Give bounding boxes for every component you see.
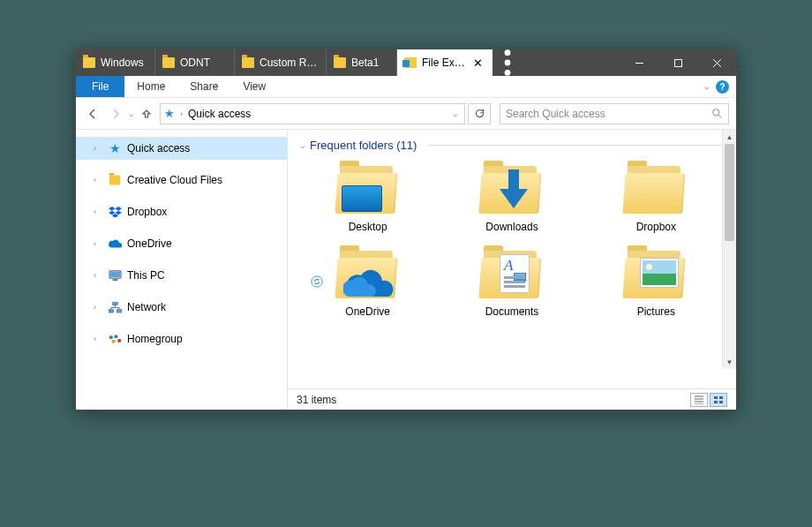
file-menu-button[interactable]: File (76, 76, 124, 97)
breadcrumb-location[interactable]: Quick access (188, 108, 251, 120)
section-header[interactable]: ⌵ Frequent folders (11) (288, 130, 736, 157)
main-body: › ★ Quick access › Creative Cloud Files … (76, 130, 736, 410)
svg-rect-13 (109, 309, 114, 312)
nav-history-dropdown[interactable]: ⌵ (129, 109, 133, 118)
ribbon-tab-view[interactable]: View (230, 76, 278, 97)
svg-rect-11 (112, 279, 117, 281)
svg-rect-12 (112, 302, 117, 305)
folder-icon (242, 57, 254, 68)
chevron-right-icon[interactable]: › (94, 207, 102, 216)
item-label: Dropbox (636, 221, 676, 233)
chevron-right-icon[interactable]: › (94, 303, 102, 312)
folder-item-pictures[interactable]: Pictures (589, 249, 724, 318)
address-dropdown-button[interactable]: ⌵ (449, 109, 461, 118)
chevron-right-icon[interactable]: › (94, 239, 102, 248)
item-label: Pictures (637, 305, 675, 318)
icons-view-button[interactable] (710, 393, 727, 407)
nav-forward-button[interactable] (106, 104, 125, 124)
maximize-button[interactable] (658, 49, 697, 76)
tab-close-button[interactable]: ✕ (471, 56, 485, 70)
svg-point-19 (312, 276, 322, 287)
folder-item-desktop[interactable]: Desktop (300, 164, 435, 233)
folder-item-dropbox[interactable]: Dropbox (589, 164, 724, 233)
status-bar: 31 items (288, 388, 736, 410)
folder-item-downloads[interactable]: Downloads (444, 164, 579, 233)
item-count: 31 items (297, 394, 336, 406)
tab-custom-rt[interactable]: Custom RT... (235, 49, 327, 76)
tab-odnt[interactable]: ODNT (155, 49, 235, 76)
sidebar-item-creative-cloud[interactable]: › Creative Cloud Files (76, 169, 287, 192)
homegroup-icon (108, 332, 122, 346)
pc-icon (108, 268, 122, 282)
sidebar-item-homegroup[interactable]: › Homegroup (76, 327, 287, 350)
search-box[interactable] (500, 103, 729, 124)
svg-point-16 (114, 335, 117, 338)
nav-up-button[interactable] (137, 104, 156, 124)
ribbon-expand-button[interactable]: ⌵ (704, 82, 709, 91)
svg-rect-14 (117, 309, 122, 312)
svg-point-18 (111, 340, 115, 343)
help-button[interactable]: ? (716, 80, 729, 94)
dropbox-icon (108, 205, 122, 219)
close-button[interactable] (697, 49, 736, 76)
details-view-button[interactable] (690, 393, 708, 407)
svg-rect-21 (719, 396, 723, 399)
sidebar-item-dropbox[interactable]: › Dropbox (76, 200, 287, 223)
desktop-overlay-icon (342, 185, 382, 212)
creative-cloud-icon (108, 173, 122, 187)
svg-rect-4 (674, 59, 681, 66)
quick-access-icon: ★ (164, 107, 175, 120)
sidebar-item-network[interactable]: › Network (76, 296, 287, 319)
nav-toolbar: ⌵ ★ › Quick access ⌵ (76, 98, 736, 130)
minimize-button[interactable] (620, 49, 658, 76)
sidebar-item-label: Homegroup (127, 333, 183, 345)
svg-point-17 (117, 339, 121, 343)
scroll-down-button[interactable]: ▼ (723, 355, 736, 369)
sidebar-item-this-pc[interactable]: › This PC (76, 264, 287, 287)
svg-line-8 (718, 115, 721, 117)
picture-overlay-icon (640, 258, 679, 288)
ribbon-tab-share[interactable]: Share (177, 76, 230, 97)
chevron-right-icon[interactable]: › (94, 176, 102, 184)
refresh-button[interactable] (468, 103, 491, 124)
sidebar-item-label: Dropbox (127, 206, 167, 218)
breadcrumb-chevron[interactable]: › (180, 109, 183, 118)
svg-point-15 (109, 335, 112, 339)
titlebar: Windows ODNT Custom RT... Beta1 File Exp… (76, 49, 736, 76)
onedrive-icon (108, 237, 122, 251)
svg-rect-10 (109, 271, 119, 277)
content-pane: ⌵ Frequent folders (11) Desktop (288, 130, 736, 410)
tab-file-explorer[interactable]: File Expl... ✕ (397, 49, 492, 76)
item-label: OneDrive (345, 305, 390, 318)
ribbon-tab-home[interactable]: Home (124, 76, 177, 97)
sidebar-item-label: Creative Cloud Files (127, 174, 222, 186)
svg-point-0 (505, 49, 511, 56)
svg-point-7 (713, 109, 719, 116)
vertical-scrollbar[interactable]: ▲ ▼ (722, 130, 736, 369)
svg-rect-22 (714, 401, 718, 403)
sync-icon (311, 275, 323, 288)
address-bar[interactable]: ★ › Quick access ⌵ (160, 103, 465, 124)
svg-point-2 (505, 70, 511, 76)
chevron-right-icon[interactable]: › (94, 271, 102, 280)
tab-windows[interactable]: Windows (76, 49, 155, 76)
sidebar-item-quick-access[interactable]: › ★ Quick access (76, 137, 287, 160)
folder-item-documents[interactable]: Documents (444, 249, 579, 318)
chevron-right-icon[interactable]: › (94, 144, 102, 153)
tab-label: ODNT (180, 56, 227, 69)
scrollbar-thumb[interactable] (725, 144, 734, 241)
scroll-up-button[interactable]: ▲ (723, 130, 736, 144)
cloud-icon (343, 268, 395, 300)
nav-back-button[interactable] (83, 104, 102, 124)
section-title: Frequent folders (11) (310, 139, 417, 152)
chevron-down-icon[interactable]: ⌵ (300, 141, 304, 150)
folder-icon (334, 57, 346, 68)
svg-rect-23 (719, 401, 723, 403)
item-label: Desktop (349, 221, 387, 233)
folder-item-onedrive[interactable]: OneDrive (300, 249, 435, 318)
search-input[interactable] (506, 108, 711, 120)
chevron-right-icon[interactable]: › (94, 335, 102, 343)
tab-beta1[interactable]: Beta1 (327, 49, 397, 76)
tab-menu-button[interactable] (492, 49, 523, 76)
sidebar-item-onedrive[interactable]: › OneDrive (76, 232, 287, 255)
